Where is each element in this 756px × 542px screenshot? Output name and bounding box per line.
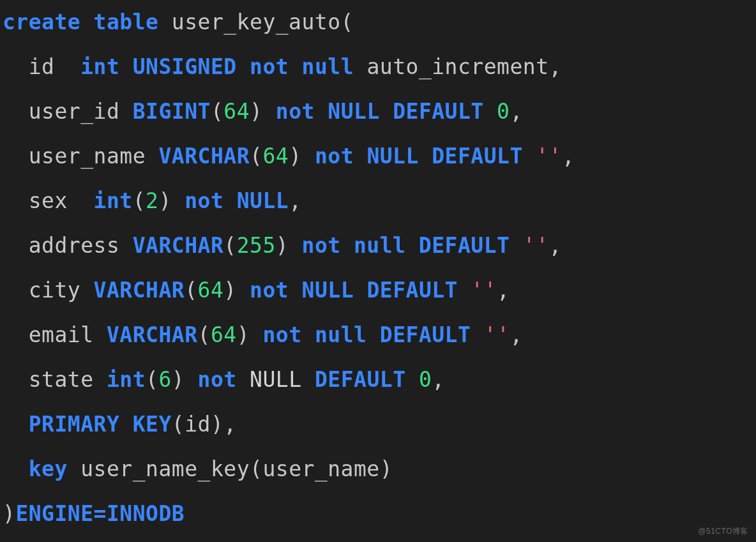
kw-key: KEY (133, 412, 172, 437)
paren-open: ( (250, 144, 262, 169)
line-6: address VARCHAR(255) not null DEFAULT ''… (3, 233, 562, 258)
paren-open: ( (172, 412, 185, 437)
kw-default: DEFAULT (432, 144, 523, 169)
line-7: city VARCHAR(64) not NULL DEFAULT '', (3, 278, 510, 303)
line-11: key user_name_key(user_name) (3, 456, 393, 481)
line-1: create table user_key_auto( (3, 10, 354, 34)
paren-close: ) (172, 367, 185, 392)
col-id: id (29, 54, 55, 79)
kw-bigint: BIGINT (133, 99, 211, 124)
table-name: user_key_auto (172, 10, 341, 34)
kw-not: not (185, 188, 223, 213)
paren-open: ( (133, 188, 146, 213)
paren-close: ) (223, 278, 236, 303)
kw-not: not (198, 367, 237, 392)
kw-not: not (262, 322, 301, 347)
col-state: state (29, 367, 94, 392)
num-64: 64 (211, 322, 237, 347)
paren-close: ) (276, 233, 289, 258)
comma: , (549, 233, 562, 258)
comma: , (562, 144, 575, 169)
kw-not: not (276, 99, 315, 124)
col-sex: sex (29, 188, 68, 213)
paren-open: ( (198, 322, 211, 347)
num-2: 2 (146, 188, 158, 213)
kw-default: DEFAULT (393, 99, 484, 124)
comma: , (549, 54, 562, 79)
comma: , (497, 278, 510, 303)
paren-close: ) (158, 188, 171, 213)
kw-null: NULL (328, 99, 379, 124)
num-64: 64 (198, 278, 224, 303)
str-empty: '' (523, 233, 549, 258)
kw-default: DEFAULT (315, 367, 406, 392)
paren-open: ( (341, 10, 354, 34)
kw-null: null (315, 322, 367, 347)
kw-null: NULL (302, 278, 354, 303)
kw-not: not (315, 144, 354, 169)
paren-open: ( (211, 99, 223, 124)
col-address: address (29, 233, 120, 258)
num-6: 6 (158, 367, 171, 392)
auto-increment: auto_increment (367, 54, 548, 79)
col-user-name: user_name (29, 144, 146, 169)
index-col: user_name (262, 456, 379, 481)
num-255: 255 (237, 233, 276, 258)
paren-close: ) (237, 322, 250, 347)
str-empty: '' (471, 278, 497, 303)
kw-varchar: VARCHAR (158, 144, 250, 169)
kw-null: NULL (237, 188, 289, 213)
kw-null: NULL (367, 144, 418, 169)
paren-open: ( (146, 367, 158, 392)
line-8: email VARCHAR(64) not null DEFAULT '', (3, 322, 523, 347)
paren-close: ) (211, 412, 223, 437)
paren-open: ( (185, 278, 197, 303)
num-64: 64 (262, 144, 289, 169)
col-user-id: user_id (29, 99, 120, 124)
line-3: user_id BIGINT(64) not NULL DEFAULT 0, (3, 99, 523, 124)
kw-varchar: VARCHAR (133, 233, 224, 258)
pk-col: id (185, 412, 211, 437)
str-empty: '' (484, 322, 510, 347)
kw-key: key (29, 456, 68, 481)
kw-engine: ENGINE=INNODB (15, 501, 185, 526)
paren-open: ( (250, 456, 262, 481)
line-2: id int UNSIGNED not null auto_increment, (3, 54, 562, 79)
kw-null: NULL (250, 367, 301, 392)
kw-varchar: VARCHAR (107, 322, 198, 347)
kw-create: create (3, 10, 80, 34)
comma: , (289, 188, 301, 213)
col-email: email (29, 322, 94, 347)
sql-code-block: create table user_key_auto( id int UNSIG… (0, 0, 756, 536)
kw-not: not (250, 54, 289, 79)
comma: , (510, 322, 522, 347)
line-4: user_name VARCHAR(64) not NULL DEFAULT '… (3, 144, 575, 169)
kw-unsigned: UNSIGNED (133, 54, 237, 79)
paren-close: ) (3, 501, 15, 526)
kw-null: null (354, 233, 405, 258)
comma: , (223, 412, 236, 437)
line-9: state int(6) not NULL DEFAULT 0, (3, 367, 445, 392)
paren-close: ) (250, 99, 262, 124)
kw-default: DEFAULT (419, 233, 510, 258)
num-0: 0 (419, 367, 432, 392)
comma: , (510, 99, 522, 124)
kw-not: not (302, 233, 341, 258)
kw-primary: PRIMARY (29, 412, 120, 437)
line-10: PRIMARY KEY(id), (3, 412, 237, 437)
paren-close: ) (380, 456, 393, 481)
col-city: city (29, 278, 80, 303)
comma: , (432, 367, 444, 392)
kw-default: DEFAULT (380, 322, 471, 347)
kw-int: int (80, 54, 119, 79)
watermark-text: @51CTO博客 (698, 526, 748, 537)
kw-int: int (107, 367, 146, 392)
num-0: 0 (497, 99, 510, 124)
str-empty: '' (536, 144, 562, 169)
kw-default: DEFAULT (367, 278, 458, 303)
kw-varchar: VARCHAR (94, 278, 185, 303)
kw-table: table (94, 10, 159, 34)
paren-open: ( (223, 233, 236, 258)
line-12: )ENGINE=INNODB (3, 501, 185, 526)
kw-null: null (302, 54, 354, 79)
